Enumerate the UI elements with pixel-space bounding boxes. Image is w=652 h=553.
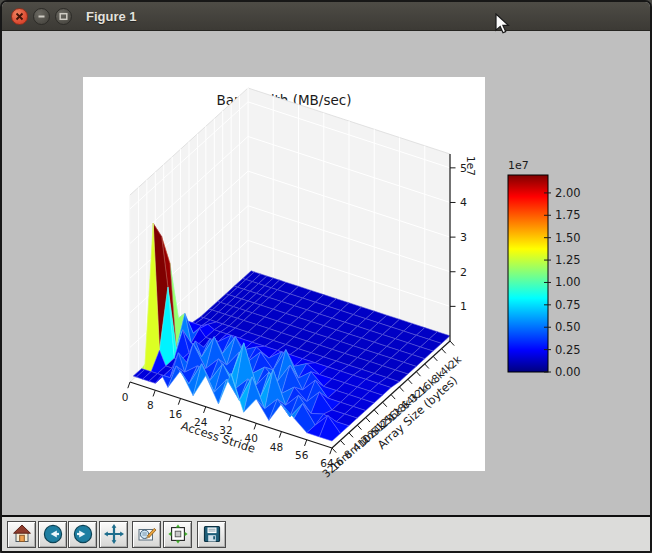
x-tick-label: 16	[169, 408, 183, 420]
colorbar-tick-label: 0.50	[555, 320, 581, 334]
arrow-left-circle-icon	[42, 523, 64, 545]
zoom-button[interactable]	[132, 521, 161, 548]
pan-button[interactable]	[99, 521, 128, 548]
colorbar-tick-label: 0.00	[555, 365, 581, 379]
app-window: Figure 1 Bandwidth (MB/sec)0816243240485…	[0, 0, 652, 553]
colorbar-tick-label: 0.75	[555, 298, 581, 312]
z-tick-label: 4	[460, 196, 467, 209]
minimize-button[interactable]	[33, 8, 50, 25]
z-tick-label: 3	[460, 231, 467, 244]
x-tick-label: 56	[295, 449, 309, 461]
subplots-button[interactable]	[163, 521, 192, 548]
back-button[interactable]	[38, 521, 67, 548]
colorbar-tick-label: 1.50	[555, 231, 581, 245]
maximize-button[interactable]	[55, 8, 72, 25]
x-tick-label: 0	[122, 391, 129, 403]
maximize-icon	[58, 11, 69, 22]
figure-canvas-area: Bandwidth (MB/sec)081624324048566432m16m…	[2, 31, 650, 519]
close-icon	[14, 11, 25, 22]
colorbar-tick-label: 0.25	[555, 343, 581, 357]
z-offset-text: 1e7	[465, 156, 477, 176]
x-tick-label: 8	[147, 399, 154, 411]
colorbar-tick-label: 2.00	[555, 186, 581, 200]
window-title: Figure 1	[86, 9, 137, 24]
z-tick-label: 1	[460, 300, 467, 313]
plot-toolbar	[2, 515, 650, 551]
home-icon	[11, 523, 33, 545]
colorbar-offset-text: 1e7	[508, 159, 529, 172]
arrow-right-circle-icon	[72, 523, 94, 545]
forward-button[interactable]	[68, 521, 97, 548]
save-button[interactable]	[197, 521, 226, 548]
titlebar[interactable]: Figure 1	[2, 2, 650, 31]
floppy-disk-icon	[201, 523, 223, 545]
colorbar-tick-label: 1.75	[555, 208, 581, 222]
z-tick-label: 2	[460, 266, 467, 279]
x-tick-label: 48	[270, 441, 283, 453]
home-button[interactable]	[7, 521, 36, 548]
colorbar-tick-label: 1.00	[555, 275, 581, 289]
close-button[interactable]	[11, 8, 28, 25]
figure-canvas[interactable]: Bandwidth (MB/sec)081624324048566432m16m…	[3, 32, 649, 519]
colorbar-tick-label: 1.25	[555, 253, 581, 267]
zoom-rect-pencil-icon	[136, 523, 158, 545]
minimize-icon	[36, 11, 47, 22]
move-arrows-icon	[103, 523, 125, 545]
configure-subplots-icon	[167, 523, 189, 545]
